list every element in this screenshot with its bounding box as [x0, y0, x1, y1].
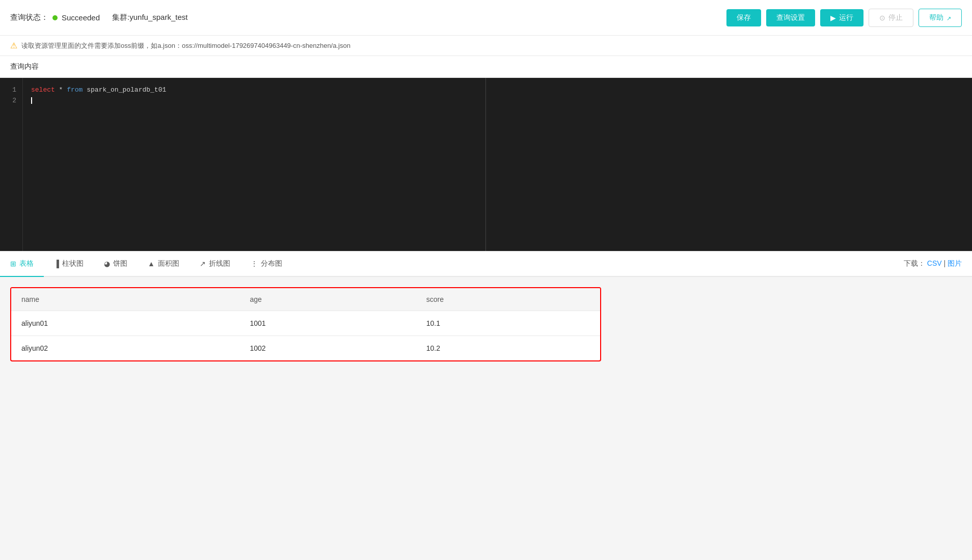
header-bar: 查询状态： Succeeded 集群:yunfu_spark_test 保存 查… [0, 0, 972, 36]
pie-icon [104, 260, 110, 268]
table-row: aliyun02 1002 10.2 [11, 336, 600, 361]
query-section: 查询内容 1 2 select * from spark_on_polardb_… [0, 56, 972, 251]
tab-area[interactable]: 面积图 [138, 251, 190, 277]
query-settings-button[interactable]: 查询设置 [766, 9, 815, 26]
results-table-wrapper: name age score aliyun01 1001 10.1 aliyun… [10, 287, 601, 361]
table-header: name age score [11, 288, 600, 311]
status-section: 查询状态： Succeeded 集群:yunfu_spark_test [10, 13, 726, 22]
download-section: 下载： CSV | 图片 [904, 259, 972, 268]
tab-pie-label: 饼图 [113, 259, 127, 268]
help-button[interactable]: 帮助 [919, 9, 962, 27]
cell-age-2: 1002 [239, 336, 416, 361]
table-row: aliyun01 1001 10.1 [11, 311, 600, 336]
keyword-select: select [31, 86, 55, 94]
code-line-2 [31, 96, 964, 106]
code-editor[interactable]: 1 2 select * from spark_on_polardb_t01 [0, 78, 972, 251]
stop-button[interactable]: 停止 [869, 9, 913, 27]
tab-table-label: 表格 [19, 259, 34, 268]
stop-label: 停止 [888, 13, 903, 22]
table-icon [10, 260, 16, 268]
line-numbers: 1 2 [0, 78, 23, 251]
line-icon [200, 260, 206, 268]
table-body: aliyun01 1001 10.1 aliyun02 1002 10.2 [11, 311, 600, 361]
results-section: name age score aliyun01 1001 10.1 aliyun… [0, 277, 972, 372]
tab-scatter-label: 分布图 [261, 259, 282, 268]
external-link-icon [947, 14, 951, 22]
col-age-header: age [239, 288, 416, 311]
editor-divider [485, 78, 486, 251]
line-number-1: 1 [6, 85, 16, 96]
cluster-text: 集群:yunfu_spark_test [112, 13, 187, 22]
tab-line[interactable]: 折线图 [190, 251, 240, 277]
download-csv[interactable]: CSV [927, 259, 942, 267]
header-buttons: 保存 查询设置 运行 停止 帮助 [726, 9, 962, 27]
tab-bar-label: 柱状图 [62, 259, 84, 268]
code-line-1: select * from spark_on_polardb_t01 [31, 85, 964, 96]
query-title: 查询内容 [0, 56, 972, 78]
col-name-header: name [11, 288, 239, 311]
cell-name-2: aliyun02 [11, 336, 239, 361]
run-label: 运行 [839, 13, 853, 22]
play-icon [830, 14, 836, 22]
area-icon [148, 260, 155, 268]
code-content[interactable]: select * from spark_on_polardb_t01 [23, 78, 972, 251]
download-label: 下载： [904, 259, 925, 267]
table-header-row: name age score [11, 288, 600, 311]
cell-score-2: 10.2 [416, 336, 600, 361]
tab-line-label: 折线图 [209, 259, 230, 268]
warning-bar: ⚠ 读取资源管理里面的文件需要添加oss前缀，如a.json：oss://mul… [0, 36, 972, 56]
cell-score-1: 10.1 [416, 311, 600, 336]
download-separator: | [943, 259, 948, 267]
help-label: 帮助 [929, 13, 943, 22]
text-cursor [31, 97, 32, 104]
cell-name-1: aliyun01 [11, 311, 239, 336]
cell-age-1: 1001 [239, 311, 416, 336]
status-text: Succeeded [62, 13, 100, 22]
tab-area-label: 面积图 [158, 259, 179, 268]
stop-icon [879, 14, 885, 22]
tab-pie[interactable]: 饼图 [94, 251, 138, 277]
tab-scatter[interactable]: 分布图 [240, 251, 292, 277]
download-image[interactable]: 图片 [948, 259, 962, 267]
col-score-header: score [416, 288, 600, 311]
results-table: name age score aliyun01 1001 10.1 aliyun… [11, 288, 600, 360]
save-button[interactable]: 保存 [726, 9, 761, 26]
warning-icon: ⚠ [10, 41, 17, 50]
keyword-from: from [67, 86, 83, 94]
tab-table[interactable]: 表格 [0, 251, 44, 277]
tab-bar: 表格 柱状图 饼图 面积图 折线图 分布图 下载： CSV | 图片 [0, 251, 972, 277]
run-button[interactable]: 运行 [820, 9, 863, 26]
scatter-icon [251, 260, 258, 268]
status-indicator [52, 15, 58, 20]
bar-chart-icon [54, 260, 59, 268]
line-number-2: 2 [6, 96, 16, 106]
status-label: 查询状态： [10, 13, 48, 22]
warning-text: 读取资源管理里面的文件需要添加oss前缀，如a.json：oss://multi… [21, 41, 350, 50]
tab-bar-chart[interactable]: 柱状图 [44, 251, 94, 277]
